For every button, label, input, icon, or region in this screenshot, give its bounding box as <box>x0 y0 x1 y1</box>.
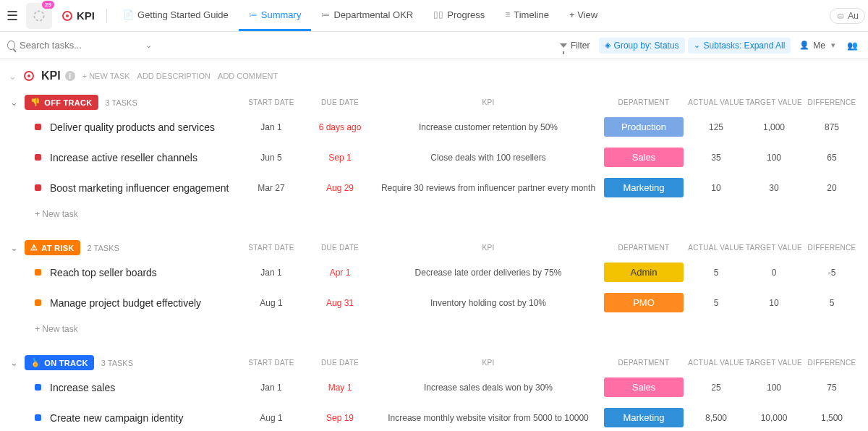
start-date[interactable]: Aug 1 <box>239 413 304 423</box>
actual-value[interactable]: 10 <box>687 183 745 193</box>
start-date[interactable]: Jan 1 <box>239 122 304 132</box>
target-value[interactable]: 10 <box>745 298 803 308</box>
tab-timeline[interactable]: ≡Timeline <box>495 0 559 31</box>
due-date[interactable]: Aug 29 <box>304 183 376 193</box>
task-row[interactable]: Increase sales Jan 1 May 1 Increase sale… <box>7 372 861 403</box>
task-name: Boost marketing influencer engagement <box>50 182 229 194</box>
difference-value[interactable]: 65 <box>803 153 861 163</box>
difference-value[interactable]: 20 <box>803 183 861 193</box>
svg-point-0 <box>34 11 43 20</box>
due-date[interactable]: Sep 1 <box>304 153 376 163</box>
task-row[interactable]: Create new campaign identity Aug 1 Sep 1… <box>7 403 861 431</box>
search-input[interactable] <box>20 40 141 51</box>
status-square[interactable] <box>35 384 41 391</box>
person-icon: 👤 <box>799 40 809 50</box>
status-square[interactable] <box>35 299 41 306</box>
svg-rect-1 <box>838 14 843 18</box>
filter-button[interactable]: Filter <box>554 38 596 54</box>
collapse-icon[interactable]: ⌄ <box>7 97 20 108</box>
task-row[interactable]: Manage project budget effectively Aug 1 … <box>7 288 861 318</box>
actual-value[interactable]: 35 <box>687 153 745 163</box>
subtasks-button[interactable]: ⌄Subtasks: Expand All <box>688 38 791 54</box>
due-date[interactable]: Aug 31 <box>304 298 376 308</box>
target-value[interactable]: 30 <box>745 183 803 193</box>
task-count: 3 TASKS <box>101 359 133 367</box>
collapse-icon[interactable]: ⌄ <box>7 357 20 368</box>
tab-summary[interactable]: ≔Summary <box>239 0 312 31</box>
target-value[interactable]: 100 <box>745 153 803 163</box>
collapse-icon[interactable]: ⌄ <box>7 242 20 253</box>
status-square[interactable] <box>35 154 41 161</box>
list-icon: ≔ <box>321 9 330 20</box>
tab-departmental-okr[interactable]: ≔Departmental OKR <box>311 0 423 31</box>
robot-icon <box>836 12 845 20</box>
task-name: Reach top seller boards <box>50 267 157 278</box>
group-header: ⌄ 👎OFF TRACK 3 TASKS START DATE DUE DATE… <box>7 93 861 112</box>
task-name: Create new campaign identity <box>50 412 183 424</box>
collapse-all-icon[interactable]: ⌄ <box>9 71 17 82</box>
status-badge[interactable]: ⚠AT RISK <box>25 240 80 255</box>
tab-getting-started[interactable]: 📄Getting Started Guide <box>113 0 239 31</box>
department-cell[interactable]: Admin <box>600 263 687 282</box>
status-emoji-icon: 🏅 <box>30 358 41 367</box>
due-date[interactable]: Apr 1 <box>304 268 376 278</box>
start-date[interactable]: Jan 1 <box>239 268 304 278</box>
status-badge[interactable]: 👎OFF TRACK <box>25 95 98 110</box>
status-square[interactable] <box>35 124 41 130</box>
due-date[interactable]: 6 days ago <box>304 122 376 132</box>
new-task-button[interactable]: + NEW TASK <box>82 72 130 80</box>
new-task-inline[interactable]: + New task <box>7 318 861 334</box>
target-value[interactable]: 1,000 <box>745 122 803 132</box>
status-square[interactable] <box>35 184 41 191</box>
task-row[interactable]: Deliver quality products and services Ja… <box>7 112 861 142</box>
actual-value[interactable]: 125 <box>687 122 745 132</box>
status-square[interactable] <box>35 269 41 276</box>
task-row[interactable]: Increase active reseller channels Jun 5 … <box>7 142 861 173</box>
due-date[interactable]: May 1 <box>304 383 376 393</box>
target-value[interactable]: 0 <box>745 268 803 278</box>
menu-icon[interactable]: ☰ <box>3 7 22 25</box>
difference-value[interactable]: 1,500 <box>803 413 861 423</box>
tab-progress[interactable]: ▯▯Progress <box>423 0 495 31</box>
actual-value[interactable]: 8,500 <box>687 413 745 423</box>
app-badge[interactable]: 29 <box>26 3 52 29</box>
automation-button[interactable]: Au <box>830 8 865 24</box>
kpi-text: Close deals with 100 resellers <box>376 153 600 163</box>
department-cell[interactable]: Marketing <box>600 408 687 427</box>
group-header: ⌄ ⚠AT RISK 2 TASKS START DATE DUE DATE K… <box>7 238 861 257</box>
group-by-button[interactable]: ◈Group by: Status <box>599 38 685 54</box>
difference-value[interactable]: 75 <box>803 383 861 393</box>
difference-value[interactable]: -5 <box>803 268 861 278</box>
task-name: Deliver quality products and services <box>50 121 215 133</box>
add-description-button[interactable]: ADD DESCRIPTION <box>137 72 210 80</box>
info-icon[interactable]: i <box>65 71 75 81</box>
department-cell[interactable]: Sales <box>600 148 687 167</box>
task-row[interactable]: Boost marketing influencer engagement Ma… <box>7 173 861 203</box>
add-view-button[interactable]: + View <box>559 0 608 31</box>
department-cell[interactable]: PMO <box>600 293 687 312</box>
status-square[interactable] <box>35 414 41 421</box>
status-badge[interactable]: 🏅ON TRACK <box>25 355 94 370</box>
start-date[interactable]: Aug 1 <box>239 298 304 308</box>
actual-value[interactable]: 25 <box>687 383 745 393</box>
start-date[interactable]: Jun 5 <box>239 153 304 163</box>
start-date[interactable]: Mar 27 <box>239 183 304 193</box>
difference-value[interactable]: 5 <box>803 298 861 308</box>
due-date[interactable]: Sep 19 <box>304 413 376 423</box>
target-value[interactable]: 100 <box>745 383 803 393</box>
chevron-down-icon[interactable]: ⌄ <box>145 40 152 50</box>
me-button[interactable]: 👤Me▾ <box>793 38 841 54</box>
department-cell[interactable]: Sales <box>600 377 687 397</box>
actual-value[interactable]: 5 <box>687 298 745 308</box>
add-comment-button[interactable]: ADD COMMENT <box>218 72 278 80</box>
new-task-inline[interactable]: + New task <box>7 203 861 219</box>
assignees-button[interactable]: 👥 <box>844 38 861 54</box>
target-value[interactable]: 10,000 <box>745 413 803 423</box>
department-cell[interactable]: Marketing <box>600 178 687 197</box>
actual-value[interactable]: 5 <box>687 268 745 278</box>
department-cell[interactable]: Production <box>600 117 687 137</box>
task-count: 3 TASKS <box>106 98 137 107</box>
difference-value[interactable]: 875 <box>803 122 861 132</box>
start-date[interactable]: Jan 1 <box>239 383 304 393</box>
task-row[interactable]: Reach top seller boards Jan 1 Apr 1 Decr… <box>7 257 861 288</box>
